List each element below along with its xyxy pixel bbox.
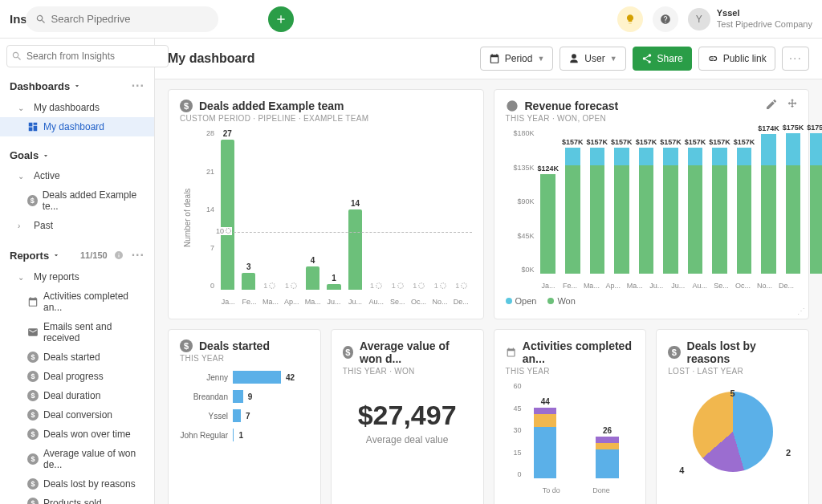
sidebar-item-active[interactable]: ⌄ Active (0, 166, 154, 185)
dashboards-more-icon[interactable]: ··· (132, 79, 144, 93)
period-dropdown[interactable]: Period ▼ (480, 47, 554, 71)
sidebar-item-my-dashboards[interactable]: ⌄ My dashboards (0, 98, 154, 117)
share-icon (641, 53, 653, 64)
reports-count: 11/150 (80, 250, 108, 260)
card-title: Deals lost by reasons (687, 339, 797, 365)
card-title: Activities completed an... (523, 339, 634, 365)
dollar-icon: $ (180, 100, 193, 112)
card-subtitle: THIS YEAR · WON, OPEN (506, 114, 798, 123)
sidebar-report-item[interactable]: $Average value of won de... (0, 444, 154, 474)
sidebar-report-item[interactable]: Activities completed an... (0, 287, 154, 317)
tips-button[interactable] (617, 6, 643, 32)
goals-header[interactable]: Goals (0, 144, 154, 166)
svg-point-7 (226, 228, 231, 233)
sidebar-report-item[interactable]: $Products sold (0, 494, 154, 504)
search-icon (11, 51, 22, 62)
card-title: Deals started (199, 339, 270, 352)
reports-header[interactable]: Reports 11/150 ··· (0, 243, 154, 267)
dollar-icon: $ (343, 346, 353, 359)
card-title: Deals added Example team (199, 100, 344, 112)
sidebar-item-my-dashboard[interactable]: My dashboard (0, 117, 154, 136)
sidebar-report-item[interactable]: Emails sent and received (0, 317, 154, 348)
chevron-right-icon: › (18, 222, 26, 230)
main-panel: My dashboard Period ▼ User ▼ Share Publi… (155, 39, 822, 504)
user-name: Yssel (717, 8, 812, 18)
svg-point-5 (440, 283, 446, 289)
user-menu[interactable]: Y Yssel Test Pipedrive Company (688, 8, 812, 30)
dashboards-header[interactable]: Dashboards ··· (0, 74, 154, 98)
search-icon (35, 14, 47, 25)
user-dropdown[interactable]: User ▼ (560, 47, 625, 71)
edit-icon[interactable] (765, 98, 778, 111)
calendar-icon (506, 346, 516, 359)
sidebar-report-item[interactable]: $Deals won over time (0, 425, 154, 444)
lightbulb-icon (625, 14, 636, 25)
sidebar-report-item[interactable]: $Deals lost by reasons (0, 474, 154, 494)
report-icon: $ (27, 390, 39, 401)
avatar: Y (688, 8, 710, 30)
card-subtitle: THIS YEAR (180, 354, 309, 363)
report-icon: $ (27, 409, 39, 421)
public-link-button[interactable]: Public link (698, 47, 775, 71)
calendar-icon (489, 53, 500, 64)
deals-added-chart: Number of deals 282114702731141141111110… (180, 129, 472, 306)
dollar-icon: $ (668, 346, 680, 359)
share-button[interactable]: Share (633, 47, 692, 71)
card-average-value: $ Average value of won d... THIS YEAR · … (331, 329, 484, 504)
resize-handle-icon[interactable]: ⋰ (797, 307, 805, 315)
report-icon: $ (27, 478, 39, 490)
sidebar-report-item[interactable]: $Deals started (0, 348, 154, 367)
help-button[interactable] (653, 6, 678, 32)
info-icon (114, 250, 124, 260)
svg-point-4 (419, 283, 425, 289)
card-deals-added: $ Deals added Example team CUSTOM PERIOD… (168, 89, 484, 319)
card-title: Average value of won d... (360, 339, 471, 365)
sidebar-report-item[interactable]: $Deal progress (0, 367, 154, 386)
activities-chart: 6045301504426To doDone (506, 382, 635, 494)
svg-point-1 (291, 283, 297, 289)
chevron-down-icon: ▼ (537, 55, 544, 63)
sidebar-report-item[interactable]: $Deal duration (0, 386, 154, 405)
chevron-down-icon (42, 152, 50, 160)
report-icon: $ (27, 453, 39, 465)
reports-more-icon[interactable]: ··· (132, 248, 144, 262)
report-icon (27, 296, 39, 307)
link-icon (707, 53, 718, 64)
svg-point-0 (270, 283, 275, 289)
card-activities: Activities completed an... THIS YEAR 604… (494, 329, 647, 504)
svg-point-6 (462, 283, 467, 289)
dollar-icon: $ (27, 195, 38, 206)
card-subtitle: CUSTOM PERIOD · PIPELINE · EXAMPLE TEAM (180, 114, 472, 123)
topbar: Insights Y Yssel Test Pipedrive Company (0, 0, 822, 39)
report-icon: $ (27, 371, 39, 382)
more-button[interactable]: ··· (782, 47, 809, 71)
avg-value-number: $27,497 (343, 400, 472, 431)
add-button[interactable] (268, 6, 294, 32)
card-revenue-forecast: Revenue forecast THIS YEAR · WON, OPEN $… (494, 89, 810, 319)
svg-point-2 (376, 283, 382, 289)
chevron-down-icon: ⌄ (18, 104, 26, 112)
page-title: My dashboard (168, 51, 474, 66)
chevron-down-icon (52, 251, 60, 259)
legend: Open Won (506, 296, 798, 306)
card-subtitle: THIS YEAR (506, 367, 635, 376)
sidebar-item-my-reports[interactable]: ⌄ My reports (0, 267, 154, 287)
global-search-input[interactable] (51, 13, 209, 25)
report-icon: $ (27, 352, 39, 363)
report-icon: $ (27, 429, 39, 440)
sidebar-item-goal-deals-added[interactable]: $ Deals added Example te... (0, 185, 154, 216)
card-title: Revenue forecast (525, 100, 619, 112)
sidebar-item-past[interactable]: › Past (0, 216, 154, 235)
move-icon[interactable] (786, 98, 799, 111)
more-icon: ··· (789, 51, 802, 66)
deals-lost-chart: 5 2 4 (668, 392, 797, 472)
revenue-forecast-chart: $180K$135K$90K$45K$0K$124K$157K$157K$157… (506, 129, 798, 290)
sidebar-report-item[interactable]: $Deal conversion (0, 405, 154, 425)
chevron-down-icon: ▼ (610, 55, 617, 63)
report-icon (27, 327, 39, 338)
card-subtitle: THIS YEAR · WON (343, 367, 472, 376)
global-search[interactable] (26, 6, 218, 32)
deals-started-chart: Jenny42Breandan9Yssel7John Regular1 (180, 371, 309, 441)
sidebar-search-input[interactable] (6, 45, 169, 67)
user-icon (568, 53, 580, 64)
